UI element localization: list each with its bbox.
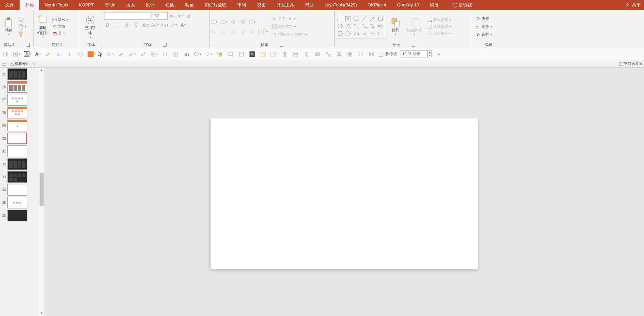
- scroll-up[interactable]: ▲: [39, 68, 44, 72]
- tb2-tool-l[interactable]: [346, 50, 354, 58]
- folder-tab-icon[interactable]: [1, 61, 7, 67]
- current-slide[interactable]: [211, 118, 478, 269]
- tab-koppt[interactable]: KOPPT: [73, 0, 99, 10]
- convert-smartart[interactable]: 转换为 SmartArt▾: [271, 31, 309, 37]
- tb2-orange-fill[interactable]: ▾: [88, 51, 96, 57]
- tb2-tool-3[interactable]: 文▾: [24, 51, 32, 57]
- shape-freeform[interactable]: [353, 31, 359, 36]
- tb2-tool-a[interactable]: [216, 50, 223, 58]
- numbering-button[interactable]: 123▾: [220, 19, 227, 25]
- shape-fill[interactable]: 形状填充▾: [426, 17, 452, 23]
- font-size-input[interactable]: 32: [153, 12, 168, 20]
- shape-rtriangle[interactable]: [353, 23, 359, 29]
- tab-animation[interactable]: 动画: [180, 0, 199, 10]
- tb2-tool-g[interactable]: [292, 50, 300, 58]
- tb2-bars[interactable]: [183, 50, 190, 58]
- font-name-input[interactable]: [104, 12, 151, 20]
- tb2-tool-d[interactable]: [259, 50, 267, 58]
- tb2-polygon[interactable]: ▾: [194, 51, 201, 57]
- tab-onekey[interactable]: OneKey 10: [391, 0, 424, 10]
- align-right[interactable]: [230, 28, 237, 35]
- highlight-button[interactable]: ▾: [170, 22, 177, 28]
- font-color[interactable]: A▾: [180, 22, 187, 28]
- drawing-launcher[interactable]: [412, 43, 415, 47]
- thumb-32[interactable]: [7, 158, 27, 170]
- copy-button[interactable]: ▾: [17, 24, 28, 30]
- used-font-button[interactable]: 字 已用字 体▾: [82, 14, 98, 40]
- tb2-tool-2[interactable]: A▾: [13, 51, 21, 57]
- tb2-tool-h[interactable]: [303, 50, 310, 58]
- paste-button[interactable]: 粘贴▾: [1, 16, 16, 37]
- tab-lvyhtools[interactable]: LvyhTools(0429): [319, 0, 362, 10]
- shape-connector[interactable]: [361, 23, 367, 29]
- align-distribute[interactable]: [249, 28, 256, 35]
- increase-indent[interactable]: [239, 19, 246, 25]
- tell-me[interactable]: 告诉我: [447, 0, 477, 10]
- tb2-tool-f[interactable]: [281, 50, 289, 58]
- bold-button[interactable]: B: [104, 22, 111, 28]
- align-center[interactable]: [220, 28, 227, 35]
- spin-down[interactable]: ▼: [428, 54, 432, 57]
- thumb-30[interactable]: [7, 133, 27, 144]
- tab-home[interactable]: 开始: [20, 0, 39, 10]
- shape-textbox[interactable]: A: [345, 16, 351, 21]
- thumb-34[interactable]: [7, 184, 27, 196]
- window-merge[interactable]: 窗口合并显: [619, 61, 643, 66]
- paragraph-launcher[interactable]: [280, 43, 283, 47]
- thumb-27[interactable]: [7, 94, 27, 106]
- underline-button[interactable]: U: [123, 22, 130, 28]
- thumb-29[interactable]: ✦: [7, 120, 27, 131]
- scroll-down[interactable]: ▼: [39, 311, 44, 316]
- line-spacing[interactable]: ▾: [249, 19, 256, 25]
- tb2-highlighter[interactable]: [44, 50, 52, 58]
- columns-button[interactable]: ▾: [261, 28, 268, 35]
- shape-more[interactable]: [378, 31, 384, 36]
- tb2-tool-6[interactable]: [55, 50, 63, 58]
- tb2-close[interactable]: ✕: [248, 50, 256, 58]
- section-button[interactable]: 节▾: [51, 30, 70, 36]
- align-text-vertical[interactable]: 对齐文本▾: [271, 24, 309, 29]
- tab-design[interactable]: 设计: [140, 0, 160, 10]
- shape-curve[interactable]: [369, 31, 376, 36]
- tb2-pencil[interactable]: [117, 50, 125, 58]
- thumb-25[interactable]: [7, 68, 27, 80]
- new-tab-button[interactable]: +: [33, 61, 36, 67]
- tb2-tool-b[interactable]: [227, 50, 234, 58]
- reset-button[interactable]: 重置: [51, 24, 70, 29]
- shape-pentagon[interactable]: [345, 31, 351, 36]
- increase-font[interactable]: A▲: [169, 13, 176, 19]
- replace-button[interactable]: abac替换▾: [475, 24, 494, 29]
- guides-toggle[interactable]: 参考线: [379, 51, 397, 57]
- tab-developer[interactable]: 开发工具: [271, 0, 300, 10]
- tab-slideshow[interactable]: 幻灯片放映: [199, 0, 232, 10]
- size-field[interactable]: 19.05 厘米 ▲▼: [401, 50, 432, 58]
- thumb-33[interactable]: [7, 171, 27, 183]
- scroll-handle[interactable]: [40, 173, 44, 206]
- font-launcher[interactable]: [163, 43, 167, 47]
- tb2-shape[interactable]: ▾: [150, 51, 158, 57]
- tb2-table[interactable]: [172, 50, 180, 58]
- shape-round-rect[interactable]: [353, 16, 359, 21]
- tb2-tool-c[interactable]: [238, 50, 245, 58]
- tb2-tool-j[interactable]: [325, 50, 332, 58]
- select-button[interactable]: 选择▾: [475, 31, 494, 37]
- tb2-bucket[interactable]: ▾: [106, 51, 114, 57]
- shape-hexagon[interactable]: [337, 31, 343, 36]
- text-direction[interactable]: ||A文字方向▾: [271, 16, 309, 22]
- tab-review[interactable]: 审阅: [232, 0, 252, 10]
- thumb-35[interactable]: [7, 197, 27, 208]
- shape-rect[interactable]: [337, 16, 343, 21]
- shape-arrow[interactable]: [378, 23, 384, 29]
- shape-rect2[interactable]: [378, 16, 384, 21]
- tb2-tool-e[interactable]: ▾: [270, 51, 278, 57]
- tb2-tool-m[interactable]: [357, 50, 364, 58]
- italic-button[interactable]: I: [114, 22, 120, 28]
- tb2-rotate[interactable]: ▾: [205, 51, 213, 57]
- tab-view[interactable]: 视图: [252, 0, 271, 10]
- shape-triangle[interactable]: [345, 23, 351, 29]
- layout-button[interactable]: 版式▾: [51, 17, 70, 23]
- tab-transition[interactable]: 切换: [160, 0, 180, 10]
- find-button[interactable]: 查找: [475, 16, 494, 22]
- bullets-button[interactable]: ▾: [211, 19, 218, 25]
- thumb-26[interactable]: [7, 81, 27, 93]
